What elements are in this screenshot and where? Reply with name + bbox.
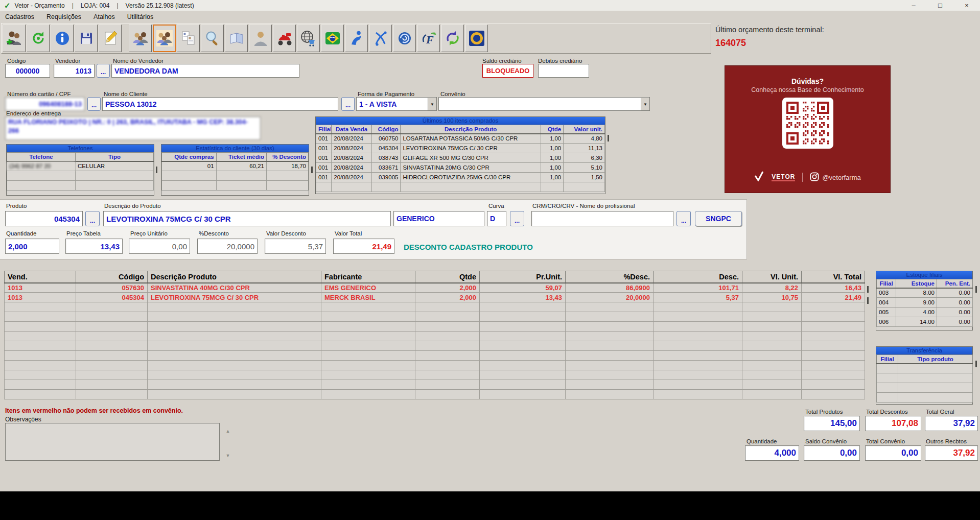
pagamento-lookup-button[interactable]: ...	[341, 97, 355, 111]
person-blue-button[interactable]	[345, 25, 368, 52]
produto-input[interactable]: 045304	[5, 211, 83, 226]
gold-ring-icon	[468, 30, 485, 47]
save-button[interactable]	[75, 25, 98, 52]
copy-record-button[interactable]	[177, 25, 200, 52]
table-row[interactable]: 00120/08/2024045304LEVOTIROXINA 75MCG C/…	[316, 144, 605, 153]
chevron-down-icon[interactable]: ▼	[428, 98, 436, 110]
table-row[interactable]: 00120/08/2024038743GLIFAGE XR 500 MG C/3…	[316, 153, 605, 163]
user-button[interactable]	[249, 25, 272, 52]
curva-lookup-button[interactable]: ...	[510, 211, 524, 226]
chevron-down-icon[interactable]: ▼	[641, 98, 649, 110]
info-button[interactable]	[51, 25, 74, 52]
scroll-down-icon[interactable]: ▼	[224, 452, 232, 460]
vendedor-input[interactable]: 1013	[54, 64, 95, 78]
table-row[interactable]: 00120/08/2024060750LOSARTANA POTASSICA 5…	[316, 134, 605, 144]
cell: 0.00	[937, 317, 973, 327]
table-row[interactable]: 0038.000.00	[877, 288, 973, 298]
preco-unitario-input[interactable]: 0,00	[129, 239, 190, 254]
cell: 20/08/2024	[332, 153, 372, 163]
curva-label: Curva	[488, 203, 504, 209]
telefones-panel: Telefones Telefone Tipo (34) 9962 87 20 …	[6, 144, 154, 196]
app-logo-check-icon: ✓	[4, 1, 11, 10]
table-row[interactable]: 00614.000.00	[877, 317, 973, 327]
delivery-button[interactable]	[273, 25, 296, 52]
grid-col-descricao: Descrição Produto	[148, 271, 321, 283]
grid-row[interactable]: 1013 057630 SINVASTATINA 40MG C/30 CPR E…	[5, 283, 865, 293]
accessibility-button[interactable]	[369, 25, 392, 52]
minimize-button[interactable]: –	[900, 0, 927, 11]
nome-vendedor-input[interactable]: VENDEDORA DAM	[111, 64, 299, 78]
web-store-button[interactable]	[297, 25, 320, 52]
desconto-cell: 18,70	[266, 161, 308, 171]
scroll-indicator[interactable]	[975, 361, 977, 367]
menu-cadastros[interactable]: Cadastros	[5, 13, 34, 20]
preco-tabela-input[interactable]: 13,43	[65, 239, 123, 254]
qtde-compras-cell: 01	[162, 161, 217, 171]
scroll-indicator[interactable]	[311, 167, 313, 173]
convenio-select[interactable]: ▼	[438, 97, 650, 111]
cartao-cpf-input[interactable]: 096408188-13	[5, 97, 85, 111]
stock-title: Estoque filiais	[876, 271, 972, 279]
table-row[interactable]: 00120/08/2024039005HIDROCLOROTIAZIDA 25M…	[316, 173, 605, 182]
swirl-button[interactable]	[393, 25, 416, 52]
search-button[interactable]	[201, 25, 224, 52]
telefones-title: Telefones	[7, 145, 154, 152]
observacoes-input[interactable]	[5, 423, 220, 461]
convenio-label: Convênio	[440, 91, 465, 97]
cliente-lookup-button[interactable]: ...	[87, 97, 101, 111]
table-row[interactable]: 01 60,21 18,70	[162, 161, 309, 171]
menu-requisicoes[interactable]: Requisições	[46, 13, 81, 20]
customers-active-button[interactable]	[153, 25, 176, 52]
edit-button[interactable]	[99, 25, 122, 52]
pdesconto-input[interactable]: 20,0000	[197, 239, 258, 254]
gold-ring-button[interactable]	[465, 25, 488, 52]
curva-input[interactable]: D	[487, 211, 506, 226]
endereco-label: Endereço de entrega	[6, 110, 61, 116]
menu-utilitarios[interactable]: Utilitários	[127, 13, 153, 20]
vendedor-lookup-button[interactable]: ...	[97, 64, 110, 78]
catalog-button[interactable]	[225, 25, 248, 52]
cell: 59,07	[480, 283, 566, 293]
refresh-button[interactable]	[27, 25, 50, 52]
quantidade-input[interactable]: 2,000	[5, 239, 59, 254]
table-row[interactable]: 00120/08/2024033671SINVASTATINA 20MG C/3…	[316, 163, 605, 173]
scroll-indicator[interactable]	[867, 286, 869, 293]
scroll-indicator[interactable]	[867, 297, 869, 304]
uf-button[interactable]: F	[417, 25, 440, 52]
add-client-button[interactable]	[3, 25, 26, 52]
scroll-indicator[interactable]	[156, 167, 157, 173]
maximize-button[interactable]: □	[927, 0, 953, 11]
table-row-empty	[5, 390, 865, 399]
nome-cliente-input[interactable]: PESSOA 13012	[102, 97, 338, 111]
produto-lookup-button[interactable]: ...	[85, 211, 100, 226]
scroll-indicator[interactable]	[975, 286, 977, 293]
total-geral-value: 37,92	[925, 416, 978, 431]
descricao-produto-input[interactable]: LEVOTIROXINA 75MCG C/ 30 CPR	[103, 211, 391, 226]
menu-bar: Cadastros Requisições Atalhos Utilitário…	[0, 11, 980, 22]
nome-cliente-label: Nome do Cliente	[104, 91, 148, 97]
table-row[interactable]: 0049.000.00	[877, 298, 973, 308]
valor-total-value: 21,49	[333, 239, 394, 254]
menu-atalhos[interactable]: Atalhos	[94, 13, 115, 20]
table-row-empty	[877, 383, 973, 393]
sngpc-button[interactable]: SNGPC	[695, 211, 742, 226]
grid-row[interactable]: 1013 045304 LEVOTIROXINA 75MCG C/ 30 CPR…	[5, 293, 865, 302]
cell: 10,75	[742, 293, 802, 302]
table-row[interactable]: 0054.000.00	[877, 308, 973, 317]
preco-tabela-label: Preço Tabela	[66, 230, 101, 237]
telefones-col-telefone: Telefone	[7, 153, 76, 161]
table-row[interactable]: (34) 9962 87 20 CELULAR	[7, 161, 154, 171]
crm-input[interactable]	[531, 211, 673, 226]
cell: LEVOTIROXINA 75MCG C/ 30 CPR	[401, 144, 541, 153]
forma-pagamento-select[interactable]: 1 - A VISTA ▼	[356, 97, 437, 111]
customers-button[interactable]	[129, 25, 152, 52]
valor-desconto-input[interactable]: 5,37	[265, 239, 326, 254]
sync-button[interactable]	[441, 25, 464, 52]
close-button[interactable]: ×	[953, 0, 980, 11]
scroll-up-icon[interactable]: ▲	[224, 427, 232, 435]
brazil-flag-button[interactable]	[321, 25, 344, 52]
codigo-input[interactable]: 000000	[5, 64, 50, 78]
catalog-book-icon	[228, 30, 245, 47]
crm-lookup-button[interactable]: ...	[676, 211, 691, 226]
scroll-indicator[interactable]	[608, 135, 609, 141]
